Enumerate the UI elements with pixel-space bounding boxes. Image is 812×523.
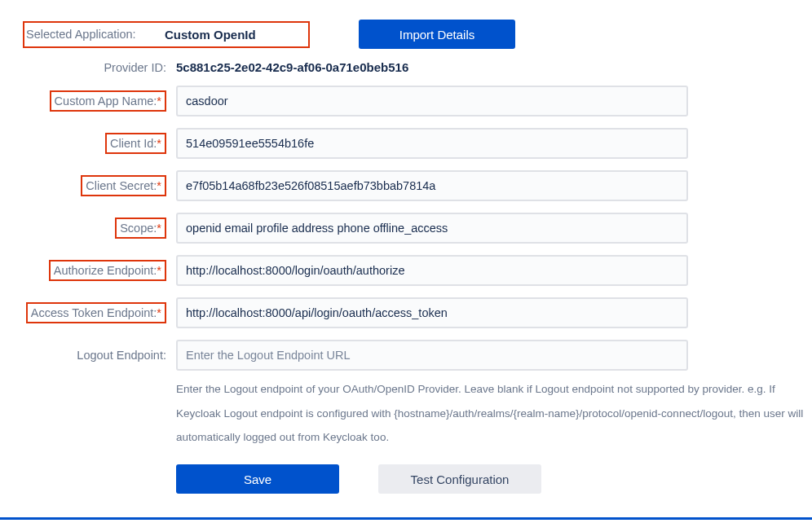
scope-input[interactable] — [176, 213, 688, 244]
provider-id-label: Provider ID: — [0, 61, 171, 74]
save-button[interactable]: Save — [176, 464, 339, 494]
client-secret-label: Client Secret:* — [81, 175, 166, 196]
client-id-input[interactable] — [176, 128, 688, 159]
logout-endpoint-input[interactable] — [176, 340, 688, 371]
test-configuration-button[interactable]: Test Configuration — [378, 464, 541, 494]
import-details-button[interactable]: Import Details — [359, 20, 515, 49]
access-token-endpoint-input[interactable] — [176, 297, 688, 328]
logout-endpoint-label: Logout Endpoint: — [0, 349, 171, 362]
selected-application-label: Selected Application: — [24, 28, 165, 41]
access-token-endpoint-label: Access Token Endpoint:* — [26, 302, 166, 323]
logout-endpoint-helper: Enter the Logout endpoint of your OAuth/… — [176, 377, 812, 450]
authorize-endpoint-input[interactable] — [176, 255, 688, 286]
authorize-endpoint-label: Authorize Endpoint:* — [49, 260, 166, 281]
client-id-label: Client Id:* — [105, 133, 166, 154]
selected-application-highlight: Selected Application: Custom OpenId — [23, 21, 310, 48]
provider-id-value: 5c881c25-2e02-42c9-af06-0a71e0beb516 — [176, 60, 408, 74]
scope-label: Scope:* — [115, 218, 166, 239]
bottom-accent-line — [0, 517, 812, 520]
client-secret-input[interactable] — [176, 170, 688, 201]
custom-app-name-input[interactable] — [176, 86, 688, 116]
custom-app-name-label: Custom App Name:* — [50, 90, 166, 112]
selected-application-value: Custom OpenId — [165, 28, 256, 42]
